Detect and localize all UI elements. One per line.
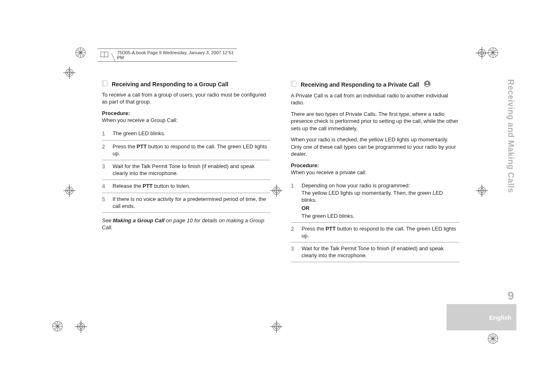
svg-line-67 — [53, 326, 58, 329]
reg-fan-bottom-right — [487, 333, 499, 344]
step-body: The green LED blinks. — [113, 130, 270, 137]
left-heading-row: Receiving and Responding to a Group Call — [102, 80, 270, 89]
svg-line-41 — [76, 53, 81, 55]
svg-line-69 — [58, 326, 62, 329]
svg-line-63 — [53, 323, 58, 326]
side-running-title: Receiving and Making Calls — [505, 79, 516, 309]
step-item: 4Release the PTT button to listen. — [102, 180, 270, 193]
book-outline-icon — [102, 80, 108, 89]
svg-line-48 — [493, 50, 497, 53]
svg-line-43 — [81, 53, 85, 55]
svg-line-50 — [489, 50, 493, 53]
right-p2: There are two types of Private Calls. Th… — [291, 111, 459, 132]
book-outline-icon — [291, 81, 297, 89]
svg-line-80 — [489, 339, 493, 341]
svg-line-51 — [490, 48, 493, 53]
framemaker-header: 75D05-A.book Page 9 Wednesday, January 3… — [97, 48, 237, 62]
right-procedure-label: Procedure: — [291, 162, 459, 169]
content-area: Receiving and Responding to a Group Call… — [102, 80, 459, 262]
reg-crosshair-bottom-left — [75, 321, 87, 333]
svg-line-57 — [493, 53, 496, 57]
svg-line-44 — [81, 53, 83, 57]
left-see-note: See Making a Group Call on page 10 for d… — [102, 217, 270, 231]
book-icon — [100, 51, 109, 59]
language-block: English — [447, 304, 516, 330]
reg-crosshair-top-right — [476, 47, 488, 59]
right-steps-list: 1Depending on how your radio is programm… — [291, 180, 459, 262]
svg-line-81 — [490, 339, 493, 343]
svg-line-49 — [493, 48, 496, 53]
step-item: 5If there is no voice activity for a pre… — [102, 193, 270, 213]
svg-line-68 — [55, 326, 58, 330]
step-item: 3Wait for the Talk Permit Tone to finish… — [102, 160, 270, 180]
reg-crosshair-bottom-center — [270, 321, 283, 333]
step-body: Release the PTT button to listen. — [113, 182, 270, 190]
svg-line-64 — [55, 322, 58, 326]
svg-line-75 — [493, 334, 496, 339]
svg-line-76 — [489, 336, 493, 339]
svg-rect-85 — [102, 81, 107, 86]
see-prefix: See — [102, 217, 113, 224]
step-item: 2Press the PTT button to respond to the … — [102, 140, 270, 160]
step-body: Wait for the Talk Permit Tone to finish … — [113, 163, 270, 177]
svg-line-70 — [58, 326, 60, 330]
reg-crosshair-top-left — [63, 67, 76, 79]
svg-line-38 — [78, 48, 81, 53]
language-label: English — [489, 314, 511, 321]
svg-line-55 — [490, 53, 493, 57]
svg-line-62 — [58, 322, 60, 326]
step-body: Press the PTT button to respond to the c… — [113, 143, 270, 157]
right-heading: Receiving and Responding to a Private Ca… — [301, 81, 419, 89]
right-p1: A Private Call is a call from an individ… — [291, 92, 459, 106]
step-number: 4 — [102, 182, 107, 190]
svg-line-77 — [490, 334, 493, 339]
right-p3: When your radio is checked, the yellow L… — [291, 136, 459, 158]
step-item: 1Depending on how your radio is programm… — [291, 180, 459, 222]
step-number: 3 — [102, 163, 107, 171]
page-number: 9 — [507, 289, 514, 302]
step-body: Press the PTT button to respond to the c… — [302, 225, 459, 240]
svg-line-56 — [493, 53, 497, 55]
step-number: 5 — [102, 196, 107, 203]
step-number: 1 — [291, 182, 296, 190]
page-root: 75D05-A.book Page 9 Wednesday, January 3… — [0, 0, 555, 392]
svg-line-36 — [81, 48, 83, 53]
svg-line-82 — [493, 339, 497, 341]
step-item: 3Wait for the Talk Permit Tone to finish… — [291, 242, 459, 262]
svg-point-90 — [426, 82, 428, 84]
svg-rect-87 — [291, 81, 296, 87]
left-intro: To receive a call from a group of users,… — [102, 91, 270, 106]
reg-fan-top-right — [487, 47, 499, 58]
framemaker-header-text: 75D05-A.book Page 9 Wednesday, January 3… — [117, 50, 235, 60]
right-heading-row: Receiving and Responding to a Private Ca… — [291, 80, 459, 90]
svg-line-54 — [489, 53, 493, 55]
step-number: 1 — [102, 130, 107, 138]
step-body: Wait for the Talk Permit Tone to finish … — [302, 245, 459, 259]
right-procedure-intro: When you receive a private call: — [291, 169, 459, 176]
step-body: Depending on how your radio is programme… — [302, 182, 459, 220]
reg-fan-bottom-left — [52, 321, 63, 332]
left-procedure-intro: When you receive a Group Call: — [102, 117, 270, 124]
svg-line-35 — [81, 50, 85, 53]
step-item: 2Press the PTT button to respond to the … — [291, 222, 459, 242]
left-column: Receiving and Responding to a Group Call… — [102, 80, 270, 262]
svg-line-61 — [58, 323, 62, 326]
right-column: Receiving and Responding to a Private Ca… — [291, 80, 459, 262]
side-running-title-text: Receiving and Making Calls — [506, 79, 516, 193]
step-number: 3 — [291, 245, 296, 253]
see-bold: Making a Group Call — [113, 217, 165, 224]
reg-fan-top-left — [75, 47, 86, 58]
left-procedure-label: Procedure: — [102, 110, 270, 117]
svg-line-83 — [493, 339, 496, 343]
reg-crosshair-mid-right — [476, 184, 488, 197]
left-steps-list: 1The green LED blinks.2Press the PTT but… — [102, 127, 270, 213]
person-badge-icon — [424, 80, 431, 90]
step-item: 1The green LED blinks. — [102, 127, 270, 140]
left-heading: Receiving and Responding to a Group Call — [112, 81, 228, 88]
reg-crosshair-mid-left — [63, 184, 76, 197]
step-number: 2 — [291, 225, 296, 233]
svg-line-37 — [76, 50, 81, 53]
svg-line-74 — [493, 336, 497, 339]
step-number: 2 — [102, 143, 107, 151]
svg-line-42 — [78, 53, 81, 57]
